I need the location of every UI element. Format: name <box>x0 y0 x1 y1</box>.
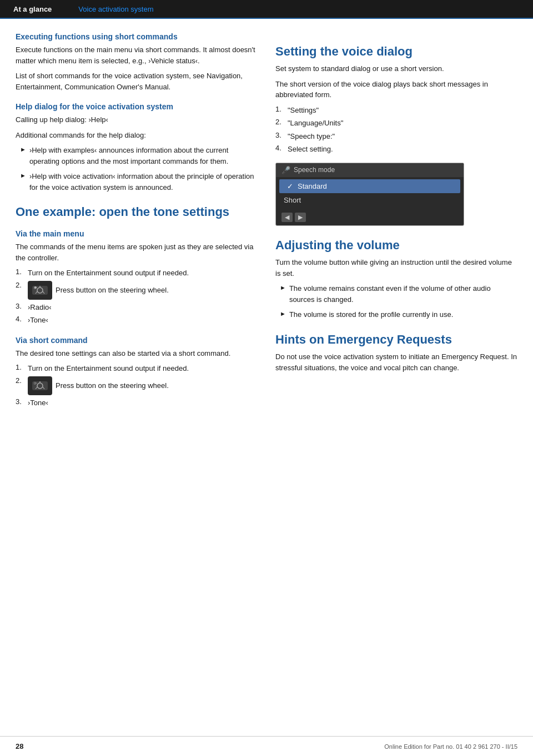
tone-heading: One example: open the tone settings <box>16 205 258 219</box>
main-step-1-num: 1. <box>16 268 28 276</box>
speech-mode-standard-row[interactable]: ✓ Standard <box>279 179 460 193</box>
volume-bullet-arrow-1: ► <box>280 284 286 291</box>
steering-wheel-icon-2: ((• <box>28 376 52 395</box>
setting-step-4: 4. Select setting. <box>275 144 517 155</box>
main-step-2-num: 2. <box>16 281 28 289</box>
speech-mode-short-row[interactable]: Short <box>276 193 464 207</box>
via-short-command-heading: Via short command <box>16 336 258 345</box>
main-step-4-num: 4. <box>16 315 28 323</box>
short-step-1: 1. Turn on the Entertainment sound outpu… <box>16 363 258 374</box>
adjusting-volume-p: Turn the volume button while giving an i… <box>275 257 517 279</box>
volume-bullet-arrow-2: ► <box>280 310 286 317</box>
short-step-2-num: 2. <box>16 376 28 385</box>
speech-mode-standard-label: Standard <box>298 182 327 190</box>
page-content: Executing functions using short commands… <box>0 19 533 446</box>
bullet-arrow-1: ► <box>20 146 26 153</box>
setting-step-3: 3. "Speech type:" <box>275 131 517 142</box>
page-header: At a glance Voice activation system <box>0 0 533 18</box>
help-bullet-2-text: ›Help with voice activation‹ information… <box>29 171 258 193</box>
main-step-2: 2. ((• Press button on the st <box>16 281 258 300</box>
setting-step-3-num: 3. <box>275 131 288 139</box>
via-short-command-p: The desired tone settings can also be st… <box>16 348 258 359</box>
short-step-1-num: 1. <box>16 363 28 371</box>
page-number: 28 <box>16 742 23 750</box>
short-step-3-num: 3. <box>16 397 28 406</box>
executing-p2: List of short commands for the voice act… <box>16 70 258 92</box>
main-step-1: 1. Turn on the Entertainment sound outpu… <box>16 268 258 279</box>
short-step-3-text: ›Tone‹ <box>28 397 48 409</box>
main-step-2-text: Press button on the steering wheel. <box>56 285 169 296</box>
setting-voice-p1: Set system to standard dialog or use a s… <box>275 63 517 74</box>
speech-mode-options: ✓ Standard Short <box>276 177 464 209</box>
nav-right-button[interactable]: ▶ <box>295 213 306 222</box>
footer-info-text: Online Edition for Part no. 01 40 2 961 … <box>384 743 517 750</box>
steering-wheel-icon: ((• <box>28 281 52 300</box>
short-step-1-text: Turn on the Entertainment sound output i… <box>28 363 189 374</box>
nav-left-button[interactable]: ◀ <box>281 213 293 222</box>
volume-bullet-2-text: The volume is stored for the profile cur… <box>289 309 454 320</box>
help-dialog-heading: Help dialog for the voice activation sys… <box>16 102 258 111</box>
main-step-2-content: ((• Press button on the steering wheel. <box>28 281 169 300</box>
main-step-4-text: ›Tone‹ <box>28 315 48 326</box>
speech-mode-screenshot: 🎤 Speech mode ✓ Standard Short ◀ ▶ <box>275 163 464 226</box>
setting-step-1: 1. "Settings" <box>275 105 517 116</box>
tab-at-a-glance[interactable]: At a glance <box>0 0 65 18</box>
short-step-3: 3. ›Tone‹ <box>16 397 258 409</box>
short-command-steps: 1. Turn on the Entertainment sound outpu… <box>16 363 258 408</box>
speech-mode-short-label: Short <box>284 196 301 204</box>
setting-step-4-text: Select setting. <box>288 144 333 155</box>
executing-heading: Executing functions using short commands <box>16 32 258 41</box>
bullet-arrow-2: ► <box>20 172 26 179</box>
setting-step-1-text: "Settings" <box>288 105 319 116</box>
setting-step-3-text: "Speech type:" <box>288 131 335 142</box>
short-step-2-content: ((• Press button on the steering wheel. <box>28 376 169 395</box>
setting-step-4-num: 4. <box>275 144 288 152</box>
left-column: Executing functions using short commands… <box>16 32 258 412</box>
volume-bullet-1: ► The volume remains constant even if th… <box>275 283 517 305</box>
main-step-3: 3. ›Radio‹ <box>16 302 258 313</box>
speech-mode-header-label: Speech mode <box>294 166 335 174</box>
hints-p: Do not use the voice activation system t… <box>275 351 517 373</box>
short-step-2: 2. ((• Press button on the steering whee… <box>16 376 258 395</box>
adjusting-volume-heading: Adjusting the volume <box>275 238 517 253</box>
help-bullet-1-text: ›Help with examples‹ announces informati… <box>29 145 258 167</box>
setting-step-2: 2. "Language/Units" <box>275 118 517 129</box>
help-dialog-p2: Additional commands for the help dialog: <box>16 130 258 141</box>
main-step-4: 4. ›Tone‹ <box>16 315 258 326</box>
speech-mode-controls: ◀ ▶ <box>276 209 464 225</box>
main-menu-steps: 1. Turn on the Entertainment sound outpu… <box>16 268 258 326</box>
right-column: Setting the voice dialog Set system to s… <box>275 32 517 412</box>
speech-mode-header: 🎤 Speech mode <box>276 163 464 177</box>
volume-bullet-1-text: The volume remains constant even if the … <box>289 283 517 305</box>
speech-mode-icon: 🎤 <box>281 166 290 174</box>
setting-step-1-num: 1. <box>275 105 288 113</box>
setting-step-2-text: "Language/Units" <box>288 118 343 129</box>
executing-p1: Execute functions on the main menu via s… <box>16 44 258 66</box>
setting-voice-heading: Setting the voice dialog <box>275 44 517 59</box>
hints-heading: Hints on Emergency Requests <box>275 332 517 347</box>
short-step-2-text: Press button on the steering wheel. <box>56 380 169 391</box>
tab-voice-activation-system[interactable]: Voice activation system <box>65 0 167 18</box>
main-step-3-text: ›Radio‹ <box>28 302 52 313</box>
main-step-3-num: 3. <box>16 302 28 310</box>
main-step-1-text: Turn on the Entertainment sound output i… <box>28 268 189 279</box>
setting-steps: 1. "Settings" 2. "Language/Units" 3. "Sp… <box>275 105 517 155</box>
via-main-menu-heading: Via the main menu <box>16 229 258 238</box>
via-main-menu-p: The commands of the menu items are spoke… <box>16 241 258 263</box>
svg-text:((•: ((• <box>34 286 37 289</box>
help-bullet-2: ► ›Help with voice activation‹ informati… <box>16 171 258 193</box>
help-bullet-1: ► ›Help with examples‹ announces informa… <box>16 145 258 167</box>
setting-step-2-num: 2. <box>275 118 288 126</box>
page-footer: 28 Online Edition for Part no. 01 40 2 9… <box>0 736 533 756</box>
svg-text:((•: ((• <box>34 381 37 385</box>
volume-bullet-2: ► The volume is stored for the profile c… <box>275 309 517 320</box>
setting-voice-p2: The short version of the voice dialog pl… <box>275 79 517 100</box>
check-icon: ✓ <box>287 182 293 190</box>
help-dialog-p1: Calling up help dialog: ›Help‹ <box>16 114 258 125</box>
